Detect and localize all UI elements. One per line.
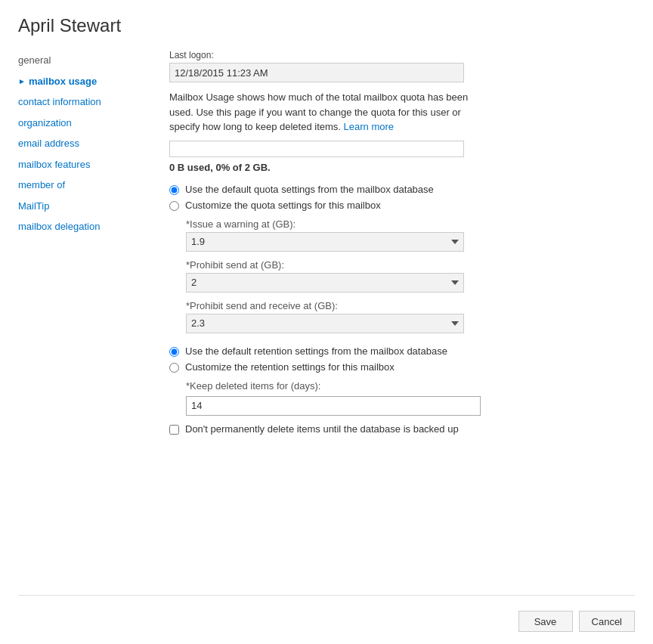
sidebar-item-contact-label: contact information: [18, 94, 101, 110]
keep-deleted-field: *Keep deleted items for (days): 14: [186, 380, 635, 416]
description-text: Mailbox Usage shows how much of the tota…: [169, 90, 472, 135]
use-default-retention-radio[interactable]: [169, 347, 179, 357]
sidebar: general ► mailbox usage contact informat…: [18, 50, 154, 595]
prohibit-send-select[interactable]: 2: [186, 273, 464, 293]
prohibit-send-receive-select[interactable]: 2.3: [186, 314, 464, 333]
customize-quota-radio-label[interactable]: Customize the quota settings for this ma…: [169, 200, 635, 211]
learn-more-link[interactable]: Learn more: [344, 121, 394, 132]
quota-radio-group: Use the default quota settings from the …: [169, 184, 635, 211]
prohibit-send-receive-field: *Prohibit send and receive at (GB): 2.3: [186, 300, 635, 333]
sidebar-item-member-of-label: member of: [18, 178, 65, 193]
sidebar-item-organization-label: organization: [18, 116, 72, 131]
cancel-button[interactable]: Cancel: [579, 611, 635, 632]
keep-deleted-label: *Keep deleted items for (days):: [186, 380, 635, 392]
retention-radio-group: Use the default retention settings from …: [169, 345, 635, 373]
sidebar-item-mailbox-usage[interactable]: ► mailbox usage: [18, 71, 147, 92]
main-container: April Stewart general ► mailbox usage co…: [0, 0, 653, 644]
progress-bar-container: [169, 141, 464, 157]
issue-warning-label: *Issue a warning at (GB):: [186, 218, 635, 230]
sidebar-item-mailbox-features-label: mailbox features: [18, 157, 90, 172]
sidebar-item-mailbox-delegation[interactable]: mailbox delegation: [18, 216, 147, 237]
prohibit-send-label: *Prohibit send at (GB):: [186, 259, 635, 271]
prohibit-send-field: *Prohibit send at (GB): 2: [186, 259, 635, 293]
last-logon-label: Last logon:: [169, 50, 635, 60]
customize-retention-label: Customize the retention settings for thi…: [185, 361, 395, 373]
use-default-retention-label: Use the default retention settings from …: [185, 345, 447, 357]
sidebar-item-email-address[interactable]: email address: [18, 133, 147, 154]
customize-quota-radio[interactable]: [169, 201, 179, 211]
sidebar-item-contact-information[interactable]: contact information: [18, 91, 147, 113]
sidebar-item-mailbox-features[interactable]: mailbox features: [18, 154, 147, 175]
last-logon-value: 12/18/2015 11:23 AM: [169, 63, 464, 82]
sidebar-item-mailtip-label: MailTip: [18, 199, 49, 214]
sidebar-item-member-of[interactable]: member of: [18, 175, 147, 196]
use-default-retention-radio-label[interactable]: Use the default retention settings from …: [169, 345, 635, 357]
dont-delete-label: Don't permanently delete items until the…: [185, 423, 459, 435]
sidebar-item-mailbox-usage-label: mailbox usage: [29, 74, 97, 89]
retention-section: Use the default retention settings from …: [169, 345, 635, 435]
sidebar-item-delegation-label: mailbox delegation: [18, 219, 100, 234]
page-title: April Stewart: [18, 15, 635, 36]
use-default-quota-radio[interactable]: [169, 185, 179, 195]
customize-retention-radio[interactable]: [169, 363, 179, 373]
content-area: Last logon: 12/18/2015 11:23 AM Mailbox …: [154, 50, 635, 595]
main-layout: general ► mailbox usage contact informat…: [18, 50, 635, 595]
sidebar-item-organization[interactable]: organization: [18, 113, 147, 134]
sidebar-item-general[interactable]: general: [18, 50, 147, 71]
dont-delete-checkbox-label[interactable]: Don't permanently delete items until the…: [169, 423, 635, 435]
issue-warning-field: *Issue a warning at (GB): 1.9: [186, 218, 635, 252]
issue-warning-select[interactable]: 1.9: [186, 232, 464, 252]
customize-retention-radio-label[interactable]: Customize the retention settings for thi…: [169, 361, 635, 373]
use-default-quota-label: Use the default quota settings from the …: [185, 184, 434, 195]
keep-deleted-input[interactable]: 14: [186, 396, 481, 416]
save-button[interactable]: Save: [518, 611, 573, 632]
use-default-quota-radio-label[interactable]: Use the default quota settings from the …: [169, 184, 635, 195]
arrow-icon: ►: [18, 76, 26, 87]
usage-text: 0 B used, 0% of 2 GB.: [169, 162, 635, 173]
sidebar-item-email-label: email address: [18, 136, 79, 151]
sidebar-item-general-label: general: [18, 53, 51, 68]
dont-delete-checkbox[interactable]: [169, 425, 179, 435]
prohibit-send-receive-label: *Prohibit send and receive at (GB):: [186, 300, 635, 311]
customize-quota-label: Customize the quota settings for this ma…: [185, 200, 381, 211]
sidebar-item-mailtip[interactable]: MailTip: [18, 196, 147, 217]
footer: Save Cancel: [18, 595, 635, 632]
